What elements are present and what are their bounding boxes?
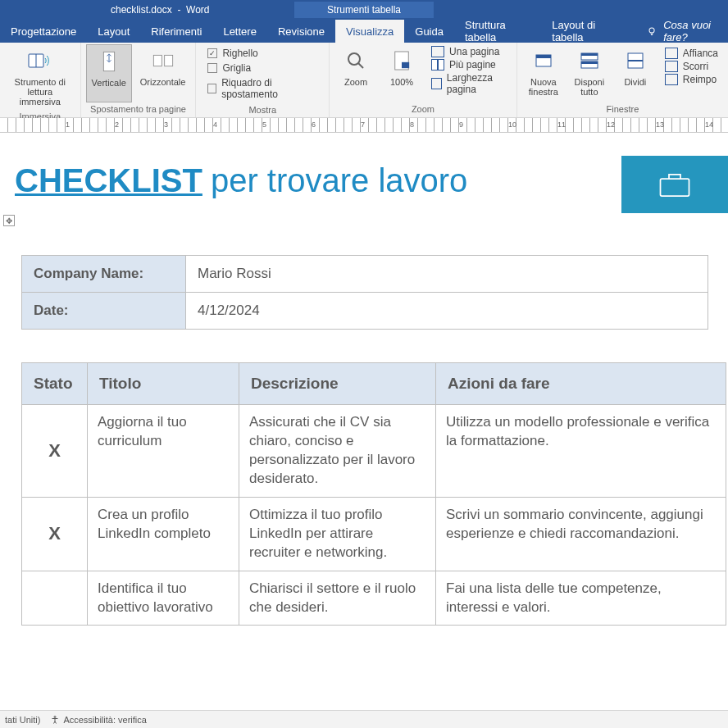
tab-layout-tabella[interactable]: Layout di tabella <box>541 20 630 43</box>
zoom-label: Zoom <box>344 77 367 87</box>
magnifier-icon <box>343 48 369 74</box>
svg-rect-3 <box>153 55 162 66</box>
tell-me-search[interactable]: Cosa vuoi fare? <box>647 20 728 43</box>
split-label: Dividi <box>624 77 646 87</box>
tab-visualizza[interactable]: Visualizza <box>335 20 404 43</box>
svg-point-16 <box>54 716 56 717</box>
one-page-button[interactable]: Una pagina <box>431 46 507 57</box>
cell-titolo[interactable]: Aggiorna il tuo curriculum <box>88 405 239 498</box>
horizontal-label: Orizzontale <box>140 77 186 87</box>
checkbox-icon <box>207 84 216 93</box>
horizontal-scroll-button[interactable]: Orizzontale <box>135 44 191 102</box>
group-mostra: ✓Righello Griglia Riquadro di spostament… <box>196 43 330 117</box>
briefcase-icon <box>657 170 692 199</box>
vertical-scroll-button[interactable]: Verticale <box>86 44 132 102</box>
tab-guida[interactable]: Guida <box>404 20 454 43</box>
split-button[interactable]: Dividi <box>614 44 657 102</box>
table-row[interactable]: Date: 4/12/2024 <box>22 293 708 330</box>
checkbox-checked-icon: ✓ <box>207 48 217 58</box>
immersive-reader-button[interactable]: Strumento di lettura immersiva <box>5 44 75 110</box>
tab-revisione[interactable]: Revisione <box>267 20 335 43</box>
group-label-zoom: Zoom <box>334 102 512 117</box>
checklist-table[interactable]: Stato Titolo Descrizione Azioni da fare … <box>21 362 726 626</box>
cell-stato[interactable] <box>22 571 88 626</box>
table-row[interactable]: X Crea un profilo LinkedIn completo Otti… <box>22 497 726 571</box>
new-window-button[interactable]: Nuova finestra <box>522 44 565 102</box>
cell-titolo[interactable]: Identifica il tuo obiettivo lavorativo <box>88 571 239 626</box>
group-finestra: Nuova finestra Disponi tutto Dividi Affi… <box>517 43 728 117</box>
header-azioni: Azioni da fare <box>436 363 726 405</box>
tab-lettere[interactable]: Lettere <box>212 20 266 43</box>
grid-checkbox[interactable]: Griglia <box>207 62 317 74</box>
split-icon <box>622 48 648 74</box>
date-value[interactable]: 4/12/2024 <box>186 293 708 330</box>
group-label-finestra: Finestre <box>522 102 723 117</box>
svg-rect-9 <box>536 55 551 58</box>
sync-scroll-icon <box>665 61 678 72</box>
multi-page-button[interactable]: Più pagine <box>431 59 507 71</box>
side-by-side-button[interactable]: Affianca <box>665 48 718 59</box>
table-anchor-icon[interactable]: ✥ <box>3 215 15 226</box>
zoom-100-button[interactable]: 100% <box>380 44 423 102</box>
nav-pane-checkbox[interactable]: Riquadro di spostamento <box>207 77 317 100</box>
accessibility-icon <box>50 715 60 725</box>
company-value[interactable]: Mario Rossi <box>186 256 708 293</box>
svg-point-5 <box>348 53 360 65</box>
horizontal-ruler[interactable]: 1 2 3 4 5 6 7 8 9 10 11 12 13 14 <box>0 118 728 133</box>
cell-desc[interactable]: Chiarisci il settore e il ruolo che desi… <box>239 571 436 626</box>
page-title: CHECKLIST per trovare lavoro <box>15 162 713 199</box>
tab-layout[interactable]: Layout <box>87 20 140 43</box>
vertical-label: Verticale <box>92 78 126 88</box>
group-label-mostra: Mostra <box>201 103 324 118</box>
sync-scroll-button[interactable]: Scorri <box>665 61 718 72</box>
svg-rect-4 <box>164 55 172 66</box>
accessibility-status[interactable]: Accessibilità: verifica <box>50 715 146 725</box>
table-row[interactable]: Company Name: Mario Rossi <box>22 256 708 293</box>
cell-titolo[interactable]: Crea un profilo LinkedIn completo <box>88 497 239 571</box>
reset-window-icon <box>665 74 678 85</box>
title-emphasis: CHECKLIST <box>15 162 202 199</box>
page-100-icon <box>389 48 415 74</box>
arrange-all-button[interactable]: Disponi tutto <box>568 44 611 102</box>
cell-azioni[interactable]: Utilizza un modello professionale e veri… <box>436 405 726 498</box>
cell-azioni[interactable]: Scrivi un sommario convincente, aggiungi… <box>436 497 726 571</box>
ruler-checkbox[interactable]: ✓Righello <box>207 48 317 59</box>
contextual-tab-label: Strumenti tabella <box>294 2 434 18</box>
cell-stato[interactable]: X <box>22 405 88 498</box>
tab-struttura-tabella[interactable]: Struttura tabella <box>454 20 541 43</box>
page-vertical-icon <box>96 48 122 75</box>
table-header-row: Stato Titolo Descrizione Azioni da fare <box>22 363 726 405</box>
cell-desc[interactable]: Ottimizza il tuo profilo LinkedIn per at… <box>239 497 436 571</box>
table-row[interactable]: Identifica il tuo obiettivo lavorativo C… <box>22 571 726 626</box>
cell-azioni[interactable]: Fai una lista delle tue competenze, inte… <box>436 571 726 626</box>
header-stato: Stato <box>22 363 88 405</box>
tab-riferimenti[interactable]: Riferimenti <box>140 20 212 43</box>
zoom-100-label: 100% <box>390 77 413 87</box>
header-banner <box>621 156 728 213</box>
tab-progettazione[interactable]: Progettazione <box>0 20 87 43</box>
side-by-side-icon <box>665 48 678 59</box>
language-status[interactable]: tati Uniti) <box>5 715 40 725</box>
one-page-icon <box>431 46 444 57</box>
ribbon-body: Strumento di lettura immersiva Immersiva… <box>0 43 728 118</box>
info-table[interactable]: Company Name: Mario Rossi Date: 4/12/202… <box>21 255 708 330</box>
page-width-button[interactable]: Larghezza pagina <box>431 72 507 95</box>
group-label-spostamento: Spostamento tra pagine <box>86 102 191 117</box>
table-row[interactable]: X Aggiorna il tuo curriculum Assicurati … <box>22 405 726 498</box>
cell-stato[interactable]: X <box>22 497 88 571</box>
document-canvas[interactable]: CHECKLIST per trovare lavoro ✥ Company N… <box>0 133 728 626</box>
group-immersiva: Strumento di lettura immersiva Immersiva <box>0 43 81 117</box>
title-bar: checklist.docx - Word Strumenti tabella <box>0 0 728 20</box>
reset-window-button[interactable]: Reimpo <box>665 74 718 85</box>
tell-me-label: Cosa vuoi fare? <box>663 19 728 43</box>
date-label: Date: <box>22 293 186 330</box>
cell-desc[interactable]: Assicurati che il CV sia chiaro, conciso… <box>239 405 436 498</box>
immersive-reader-label: Strumento di lettura immersiva <box>10 77 71 107</box>
new-window-icon <box>530 48 557 74</box>
status-bar: tati Uniti) Accessibilità: verifica <box>0 710 728 728</box>
title-rest: per trovare lavoro <box>211 162 467 199</box>
company-label: Company Name: <box>22 256 186 293</box>
checkbox-icon <box>207 63 217 73</box>
document-title: checklist.docx - Word <box>111 4 210 16</box>
zoom-button[interactable]: Zoom <box>334 44 377 102</box>
